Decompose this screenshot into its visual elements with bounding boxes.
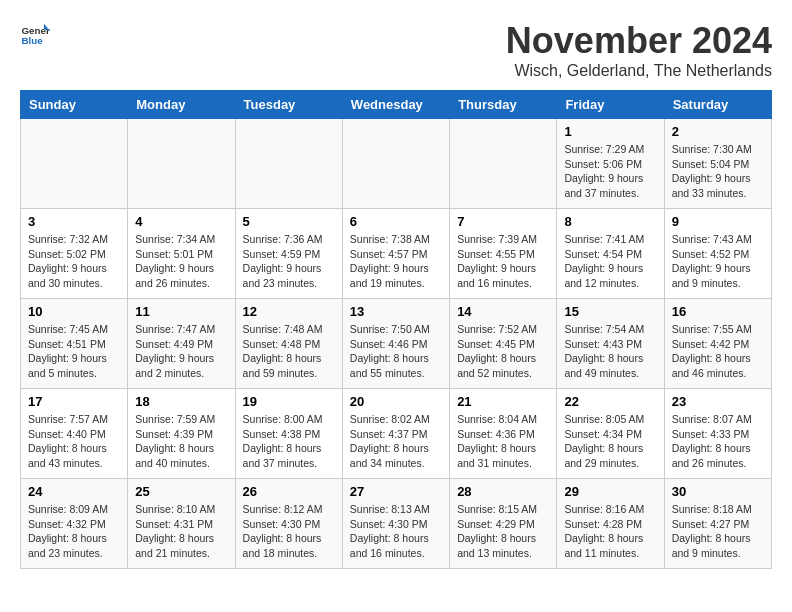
- day-info: Sunrise: 7:55 AM Sunset: 4:42 PM Dayligh…: [672, 322, 764, 381]
- day-info: Sunrise: 7:29 AM Sunset: 5:06 PM Dayligh…: [564, 142, 656, 201]
- calendar-week-row: 10Sunrise: 7:45 AM Sunset: 4:51 PM Dayli…: [21, 299, 772, 389]
- day-number: 27: [350, 484, 442, 499]
- weekday-header-tuesday: Tuesday: [235, 91, 342, 119]
- calendar-cell: 11Sunrise: 7:47 AM Sunset: 4:49 PM Dayli…: [128, 299, 235, 389]
- calendar-cell: [450, 119, 557, 209]
- calendar-week-row: 24Sunrise: 8:09 AM Sunset: 4:32 PM Dayli…: [21, 479, 772, 569]
- day-info: Sunrise: 7:30 AM Sunset: 5:04 PM Dayligh…: [672, 142, 764, 201]
- title-area: November 2024 Wisch, Gelderland, The Net…: [506, 20, 772, 80]
- calendar-cell: 24Sunrise: 8:09 AM Sunset: 4:32 PM Dayli…: [21, 479, 128, 569]
- day-info: Sunrise: 8:09 AM Sunset: 4:32 PM Dayligh…: [28, 502, 120, 561]
- day-number: 28: [457, 484, 549, 499]
- calendar-cell: 25Sunrise: 8:10 AM Sunset: 4:31 PM Dayli…: [128, 479, 235, 569]
- day-info: Sunrise: 8:10 AM Sunset: 4:31 PM Dayligh…: [135, 502, 227, 561]
- day-number: 30: [672, 484, 764, 499]
- weekday-header-saturday: Saturday: [664, 91, 771, 119]
- day-number: 7: [457, 214, 549, 229]
- calendar-cell: [21, 119, 128, 209]
- calendar-cell: 4Sunrise: 7:34 AM Sunset: 5:01 PM Daylig…: [128, 209, 235, 299]
- calendar-cell: [342, 119, 449, 209]
- day-info: Sunrise: 8:12 AM Sunset: 4:30 PM Dayligh…: [243, 502, 335, 561]
- calendar-cell: 8Sunrise: 7:41 AM Sunset: 4:54 PM Daylig…: [557, 209, 664, 299]
- day-info: Sunrise: 7:39 AM Sunset: 4:55 PM Dayligh…: [457, 232, 549, 291]
- day-info: Sunrise: 7:34 AM Sunset: 5:01 PM Dayligh…: [135, 232, 227, 291]
- day-info: Sunrise: 7:36 AM Sunset: 4:59 PM Dayligh…: [243, 232, 335, 291]
- calendar-cell: 21Sunrise: 8:04 AM Sunset: 4:36 PM Dayli…: [450, 389, 557, 479]
- day-number: 21: [457, 394, 549, 409]
- weekday-header-wednesday: Wednesday: [342, 91, 449, 119]
- day-number: 13: [350, 304, 442, 319]
- day-info: Sunrise: 7:50 AM Sunset: 4:46 PM Dayligh…: [350, 322, 442, 381]
- calendar-cell: 18Sunrise: 7:59 AM Sunset: 4:39 PM Dayli…: [128, 389, 235, 479]
- day-number: 19: [243, 394, 335, 409]
- day-info: Sunrise: 8:07 AM Sunset: 4:33 PM Dayligh…: [672, 412, 764, 471]
- day-number: 2: [672, 124, 764, 139]
- calendar-cell: 10Sunrise: 7:45 AM Sunset: 4:51 PM Dayli…: [21, 299, 128, 389]
- day-number: 6: [350, 214, 442, 229]
- calendar-cell: 15Sunrise: 7:54 AM Sunset: 4:43 PM Dayli…: [557, 299, 664, 389]
- page-header: General Blue November 2024 Wisch, Gelder…: [20, 20, 772, 80]
- day-number: 26: [243, 484, 335, 499]
- calendar-cell: 23Sunrise: 8:07 AM Sunset: 4:33 PM Dayli…: [664, 389, 771, 479]
- day-info: Sunrise: 8:16 AM Sunset: 4:28 PM Dayligh…: [564, 502, 656, 561]
- day-number: 29: [564, 484, 656, 499]
- day-info: Sunrise: 7:59 AM Sunset: 4:39 PM Dayligh…: [135, 412, 227, 471]
- weekday-header-monday: Monday: [128, 91, 235, 119]
- calendar-cell: 9Sunrise: 7:43 AM Sunset: 4:52 PM Daylig…: [664, 209, 771, 299]
- day-number: 5: [243, 214, 335, 229]
- day-number: 24: [28, 484, 120, 499]
- day-number: 15: [564, 304, 656, 319]
- calendar-cell: 12Sunrise: 7:48 AM Sunset: 4:48 PM Dayli…: [235, 299, 342, 389]
- svg-text:Blue: Blue: [22, 35, 44, 46]
- day-info: Sunrise: 8:15 AM Sunset: 4:29 PM Dayligh…: [457, 502, 549, 561]
- calendar-cell: 2Sunrise: 7:30 AM Sunset: 5:04 PM Daylig…: [664, 119, 771, 209]
- calendar-cell: 30Sunrise: 8:18 AM Sunset: 4:27 PM Dayli…: [664, 479, 771, 569]
- day-info: Sunrise: 7:41 AM Sunset: 4:54 PM Dayligh…: [564, 232, 656, 291]
- day-number: 23: [672, 394, 764, 409]
- calendar-cell: 1Sunrise: 7:29 AM Sunset: 5:06 PM Daylig…: [557, 119, 664, 209]
- calendar-week-row: 17Sunrise: 7:57 AM Sunset: 4:40 PM Dayli…: [21, 389, 772, 479]
- day-number: 18: [135, 394, 227, 409]
- calendar-cell: 6Sunrise: 7:38 AM Sunset: 4:57 PM Daylig…: [342, 209, 449, 299]
- weekday-header-row: SundayMondayTuesdayWednesdayThursdayFrid…: [21, 91, 772, 119]
- day-number: 20: [350, 394, 442, 409]
- day-number: 11: [135, 304, 227, 319]
- day-number: 10: [28, 304, 120, 319]
- day-info: Sunrise: 7:48 AM Sunset: 4:48 PM Dayligh…: [243, 322, 335, 381]
- calendar-cell: [128, 119, 235, 209]
- day-info: Sunrise: 7:52 AM Sunset: 4:45 PM Dayligh…: [457, 322, 549, 381]
- day-info: Sunrise: 8:05 AM Sunset: 4:34 PM Dayligh…: [564, 412, 656, 471]
- calendar-cell: 28Sunrise: 8:15 AM Sunset: 4:29 PM Dayli…: [450, 479, 557, 569]
- day-info: Sunrise: 7:54 AM Sunset: 4:43 PM Dayligh…: [564, 322, 656, 381]
- day-info: Sunrise: 8:02 AM Sunset: 4:37 PM Dayligh…: [350, 412, 442, 471]
- month-title: November 2024: [506, 20, 772, 62]
- day-info: Sunrise: 7:45 AM Sunset: 4:51 PM Dayligh…: [28, 322, 120, 381]
- day-info: Sunrise: 7:47 AM Sunset: 4:49 PM Dayligh…: [135, 322, 227, 381]
- day-number: 22: [564, 394, 656, 409]
- day-number: 17: [28, 394, 120, 409]
- calendar-week-row: 1Sunrise: 7:29 AM Sunset: 5:06 PM Daylig…: [21, 119, 772, 209]
- day-number: 4: [135, 214, 227, 229]
- day-number: 12: [243, 304, 335, 319]
- weekday-header-thursday: Thursday: [450, 91, 557, 119]
- day-number: 14: [457, 304, 549, 319]
- calendar-table: SundayMondayTuesdayWednesdayThursdayFrid…: [20, 90, 772, 569]
- calendar-cell: 22Sunrise: 8:05 AM Sunset: 4:34 PM Dayli…: [557, 389, 664, 479]
- day-info: Sunrise: 7:57 AM Sunset: 4:40 PM Dayligh…: [28, 412, 120, 471]
- day-info: Sunrise: 7:43 AM Sunset: 4:52 PM Dayligh…: [672, 232, 764, 291]
- day-number: 8: [564, 214, 656, 229]
- calendar-cell: 27Sunrise: 8:13 AM Sunset: 4:30 PM Dayli…: [342, 479, 449, 569]
- calendar-cell: 14Sunrise: 7:52 AM Sunset: 4:45 PM Dayli…: [450, 299, 557, 389]
- day-info: Sunrise: 8:04 AM Sunset: 4:36 PM Dayligh…: [457, 412, 549, 471]
- calendar-cell: 29Sunrise: 8:16 AM Sunset: 4:28 PM Dayli…: [557, 479, 664, 569]
- calendar-cell: 16Sunrise: 7:55 AM Sunset: 4:42 PM Dayli…: [664, 299, 771, 389]
- calendar-cell: 26Sunrise: 8:12 AM Sunset: 4:30 PM Dayli…: [235, 479, 342, 569]
- day-number: 3: [28, 214, 120, 229]
- day-info: Sunrise: 7:38 AM Sunset: 4:57 PM Dayligh…: [350, 232, 442, 291]
- day-number: 16: [672, 304, 764, 319]
- day-number: 25: [135, 484, 227, 499]
- day-number: 9: [672, 214, 764, 229]
- weekday-header-sunday: Sunday: [21, 91, 128, 119]
- calendar-cell: 5Sunrise: 7:36 AM Sunset: 4:59 PM Daylig…: [235, 209, 342, 299]
- day-info: Sunrise: 8:13 AM Sunset: 4:30 PM Dayligh…: [350, 502, 442, 561]
